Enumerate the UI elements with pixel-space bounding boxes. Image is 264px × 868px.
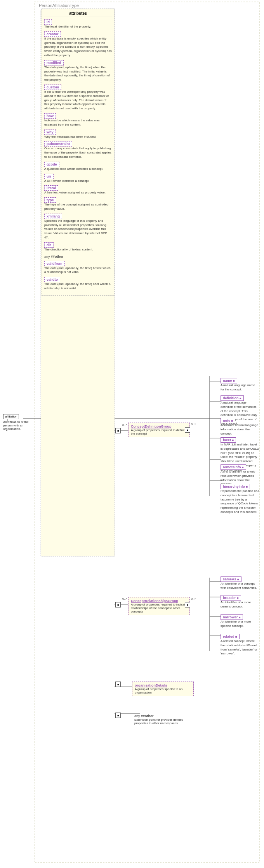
sequence-connector-4: ■ [185,602,190,607]
attr-why: why Why the metadata has been included. [44,129,112,139]
attributes-panel: attributes id The local identifier of th… [42,9,115,296]
attr-qcode-desc: A qualified code which identifies a conc… [44,167,112,171]
attr-uri-desc: A URI which identifies a concept. [44,179,112,183]
diagram-title: PersonAffiliationType [39,3,79,8]
attr-how-desc: Indicates by which means the value was e… [44,119,112,127]
attr-validfrom-name: validfrom [44,261,65,266]
title-text: PersonAffiliationType [39,3,79,8]
any-other-bottom-desc: Extension point for provider-defined pro… [134,718,191,725]
multiplicity-label-2: 0..* [191,423,196,426]
item-narrower-desc: An identifier of a more specific concept… [221,620,259,628]
attr-how: how Indicates by which means the value w… [44,113,112,127]
sequence-connector-1: ■ [115,428,121,433]
attr-qcode: qcode A qualified code which identifies … [44,162,112,171]
attr-custom: custom If set to true the corresponding … [44,85,112,111]
attr-dir-desc: The directionality of textual content. [44,248,112,252]
attr-xmllang-name: xmllang [44,214,62,219]
any-other-bottom-label: any ##other [134,714,191,718]
organisation-details-connector: ■ [115,682,121,688]
attr-literal-desc: A free-text value assigned as property v… [44,191,112,195]
attr-modified: modified The date (and, optionally, the … [44,60,112,82]
item-name: name ■ A natural language name for the c… [221,378,259,392]
attr-validto: validto The date (and, optionally, the t… [44,277,112,291]
concept-def-group-name: ConceptDefinitionGroup [131,425,187,428]
item-remoteinfo: remoteInfo ■ A link to an item or a web … [221,464,259,487]
concept-def-group-desc: A group of properties required to define… [131,428,187,435]
attr-creator-name: creator [44,31,61,37]
attributes-title: attributes [44,11,112,17]
item-name-desc: A natural language name for the concept. [221,383,259,392]
attr-uri: uri A URI which identifies a concept. [44,174,112,183]
any-other-bottom-group: any ##other Extension point for provider… [132,713,193,726]
attr-validfrom: validfrom The date (and, optionally, the… [44,261,112,275]
attr-type: type The type of the concept assigned as… [44,197,112,211]
multiplicity-label-3: 0..* [122,597,127,601]
item-related-box: related ■ [221,634,240,639]
item-sameas: sameAs ■ An identifier of a concept with… [221,576,259,590]
attr-custom-desc: If set to true the corresponding propert… [44,90,112,111]
item-definition-box: definition ■ [221,395,244,401]
item-facet-box: facet ■ [221,437,236,443]
attr-any-other: any ##other [44,254,112,259]
item-hierarchyinfo: hierarchyInfo ■ Represents the position … [221,484,259,514]
attr-how-name: how [44,113,56,119]
attr-creator-desc: If the attribute is empty, specifies whi… [44,37,112,58]
attr-id-name: id [44,19,52,25]
item-sameas-box: sameAs ■ [221,576,241,582]
attr-creator: creator If the attribute is empty, speci… [44,31,112,58]
item-related: related ■ A related concept, where the r… [221,634,259,656]
item-narrower-box: narrower ■ [221,614,243,620]
attr-any-other-label: any ##other [44,255,64,259]
attr-dir-name: dir [44,242,54,248]
concept-rel-group-desc: A group of properties required to indica… [131,603,187,613]
attr-id-desc: The local identifier of the property. [44,25,112,29]
attr-pubconstraint: pubconstraint One or many constraints th… [44,141,112,159]
item-related-desc: A related concept, where the relationshi… [221,639,259,656]
sequence-connector-2: ■ [185,427,190,433]
item-note-desc: Additional natural language information … [221,423,259,436]
item-hierarchyinfo-desc: Represents the position of a concept in … [221,489,259,514]
affiliation-group: affiliation An affiliation of the person… [3,414,32,431]
attr-custom-name: custom [44,85,61,90]
attr-validto-desc: The date (and, optionally, the time) aft… [44,282,112,291]
item-note: note ■ Additional natural language infor… [221,418,259,436]
multiplicity-label-4: 0..* [191,597,196,601]
item-broader: broader ■ An identifier of a more generi… [221,595,259,609]
attr-type-desc: The type of the concept assigned as cont… [44,203,112,211]
attr-validfrom-desc: The date (and, optionally, the time) bef… [44,266,112,275]
item-sameas-desc: An identifier of a concept with equivale… [221,582,259,590]
attr-literal-name: literal [44,185,58,191]
sequence-connector-3: ■ [115,602,121,607]
multiplicity-label-1: 0..* [122,423,127,427]
affiliation-box: affiliation [3,414,19,419]
attr-type-name: type [44,197,56,203]
attr-modified-name: modified [44,60,64,66]
concept-rel-group-name: ConceptRelationshipsGroup [131,599,187,603]
attr-pubconstraint-desc: One or many constraints that apply to pu… [44,147,112,159]
item-broader-desc: An identifier of a more generic concept. [221,601,259,609]
organisation-details-group: organisationDetails A group of propertie… [132,682,194,696]
item-narrower: narrower ■ An identifier of a more speci… [221,614,259,628]
attr-literal: literal A free-text value assigned as pr… [44,185,112,195]
diagram-container: PersonAffiliationType attributes id The … [0,0,264,868]
affiliation-desc: An affiliation of the person with an org… [3,420,32,431]
item-broader-box: broader ■ [221,595,241,601]
attr-xmllang: xmllang Specifies the language of this p… [44,214,112,240]
attr-uri-name: uri [44,174,54,179]
org-details-desc: A group of properties specific to an org… [135,687,191,694]
item-name-box: name ■ [221,378,237,383]
attr-why-name: why [44,129,56,135]
item-note-box: note ■ [221,418,235,423]
attr-validto-name: validto [44,277,60,282]
concept-rel-group: ConceptRelationshipsGroup A group of pro… [128,597,190,615]
attr-xmllang-desc: Specifies the language of this property … [44,219,112,240]
attr-modified-desc: The date (and, optionally, the time) whe… [44,66,112,82]
item-remoteinfo-box: remoteInfo ■ [221,464,246,470]
any-other-bottom-connector: ■ [115,713,121,719]
attr-why-desc: Why the metadata has been included. [44,135,112,139]
attr-id: id The local identifier of the property. [44,19,112,29]
org-details-name: organisationDetails [135,683,191,687]
concept-def-group: ConceptDefinitionGroup A group of proper… [128,423,190,437]
item-hierarchyinfo-box: hierarchyInfo ■ [221,484,250,489]
attr-dir: dir The directionality of textual conten… [44,242,112,252]
